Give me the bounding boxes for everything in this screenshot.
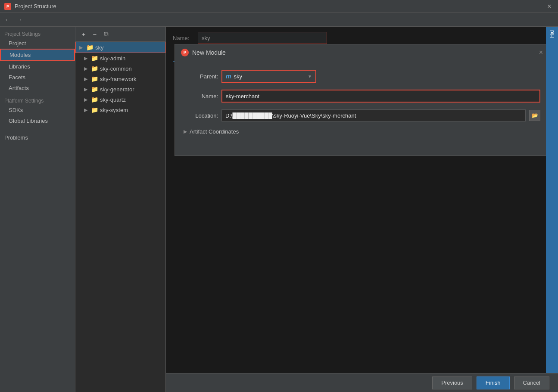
parent-module-icon: m: [226, 73, 231, 80]
folder-icon-sky-common: 📁: [91, 65, 98, 72]
module-item-sky-system[interactable]: ▶ 📁 sky-system: [75, 105, 165, 115]
module-list: + − ⧉ ▶ 📁 sky ▶ 📁 sky-admin ▶ 📁 sky-comm…: [75, 27, 166, 392]
location-browse-button[interactable]: 📂: [529, 110, 540, 121]
modal-overlay: P New Module × Parent: m sky ▼: [166, 27, 558, 392]
folder-icon-sky-system: 📁: [91, 106, 98, 113]
modal-name-label: Name:: [184, 93, 218, 100]
sidebar-item-facets[interactable]: Facets: [0, 72, 75, 83]
sidebar-item-modules[interactable]: Modules: [0, 49, 75, 61]
expand-arrow-sky-common: ▶: [84, 66, 89, 72]
add-module-button[interactable]: +: [79, 29, 88, 39]
hide-strip-label: Hid: [549, 30, 555, 38]
expand-arrow-sky-quartz: ▶: [84, 97, 89, 103]
artifact-coordinates-section: ▶ Artifact Coordinates: [184, 128, 540, 135]
browse-icon: 📂: [532, 112, 538, 118]
modal-header: P New Module ×: [175, 44, 549, 61]
module-item-sky-framework[interactable]: ▶ 📁 sky-framework: [75, 74, 165, 84]
title-bar: P Project Structure ×: [0, 0, 558, 13]
window-title: Project Structure: [15, 3, 56, 9]
module-label-sky-quartz: sky-quartz: [100, 96, 126, 103]
artifact-expand-arrow[interactable]: ▶: [184, 129, 187, 134]
sidebar-item-libraries[interactable]: Libraries: [0, 61, 75, 72]
expand-arrow-sky: ▶: [79, 45, 84, 50]
parent-label: Parent:: [184, 73, 218, 80]
sidebar: Project Settings Project Modules Librari…: [0, 27, 75, 392]
folder-icon-sky: 📁: [86, 44, 94, 51]
folder-icon-sky-generator: 📁: [91, 86, 98, 93]
folder-icon-sky-quartz: 📁: [91, 96, 98, 103]
module-item-sky-admin[interactable]: ▶ 📁 sky-admin: [75, 53, 165, 63]
sidebar-item-artifacts[interactable]: Artifacts: [0, 83, 75, 93]
module-item-sky-quartz[interactable]: ▶ 📁 sky-quartz: [75, 94, 165, 105]
new-module-modal: P New Module × Parent: m sky ▼: [175, 44, 549, 156]
finish-button[interactable]: Finish: [477, 376, 510, 389]
nav-row: ← →: [0, 13, 558, 27]
folder-icon-sky-framework: 📁: [91, 75, 98, 82]
parent-select[interactable]: m sky ▼: [221, 70, 316, 83]
window-close-button[interactable]: ×: [545, 2, 554, 11]
modal-close-button[interactable]: ×: [539, 49, 543, 56]
platform-settings-label: Platform Settings: [0, 95, 75, 105]
cancel-button[interactable]: Cancel: [514, 376, 549, 389]
module-item-sky[interactable]: ▶ 📁 sky: [75, 42, 165, 53]
expand-arrow-sky-admin: ▶: [84, 56, 89, 61]
modal-body: Parent: m sky ▼ Name: Locatio: [175, 61, 549, 143]
copy-module-button[interactable]: ⧉: [101, 29, 111, 39]
location-input[interactable]: [221, 109, 526, 121]
back-button[interactable]: ←: [3, 16, 12, 24]
sidebar-item-global-libraries[interactable]: Global Libraries: [0, 115, 75, 126]
module-label-sky-common: sky-common: [100, 65, 132, 72]
remove-module-button[interactable]: −: [90, 29, 100, 39]
bottom-bar: Previous Finish Cancel: [166, 373, 558, 392]
hide-strip[interactable]: Hid: [546, 27, 558, 392]
modal-title-icon: P: [181, 49, 189, 56]
previous-button[interactable]: Previous: [432, 376, 472, 389]
artifact-coordinates-label: Artifact Coordinates: [190, 128, 239, 135]
module-label-sky-system: sky-system: [100, 107, 128, 113]
content-area: Name: Sources Paths Dependencies P New M…: [166, 27, 558, 392]
module-label-sky-generator: sky-generator: [100, 86, 134, 93]
module-toolbar: + − ⧉: [75, 27, 165, 42]
sidebar-item-project[interactable]: Project: [0, 38, 75, 49]
sidebar-item-problems[interactable]: Problems: [4, 132, 71, 143]
modal-name-row: Name:: [184, 90, 540, 103]
module-item-sky-common[interactable]: ▶ 📁 sky-common: [75, 63, 165, 74]
project-settings-label: Project Settings: [0, 28, 75, 38]
sidebar-item-sdks[interactable]: SDKs: [0, 105, 75, 115]
expand-arrow-sky-system: ▶: [84, 107, 89, 113]
app-icon: P: [4, 3, 11, 10]
location-label: Location:: [184, 112, 218, 119]
expand-arrow-sky-generator: ▶: [84, 87, 89, 92]
forward-button[interactable]: →: [15, 16, 23, 24]
expand-arrow-sky-framework: ▶: [84, 76, 89, 82]
module-item-sky-generator[interactable]: ▶ 📁 sky-generator: [75, 84, 165, 94]
location-row: Location: 📂: [184, 109, 540, 121]
main-layout: Project Settings Project Modules Librari…: [0, 27, 558, 392]
parent-select-value: sky: [234, 73, 242, 80]
module-label-sky-framework: sky-framework: [100, 76, 137, 82]
module-label-sky-admin: sky-admin: [100, 55, 125, 62]
parent-dropdown-arrow: ▼: [308, 74, 312, 79]
modal-title: New Module: [192, 49, 226, 56]
modal-name-input[interactable]: [221, 90, 540, 103]
parent-row: Parent: m sky ▼: [184, 70, 540, 83]
folder-icon-sky-admin: 📁: [91, 55, 98, 62]
module-label-sky: sky: [95, 44, 104, 51]
